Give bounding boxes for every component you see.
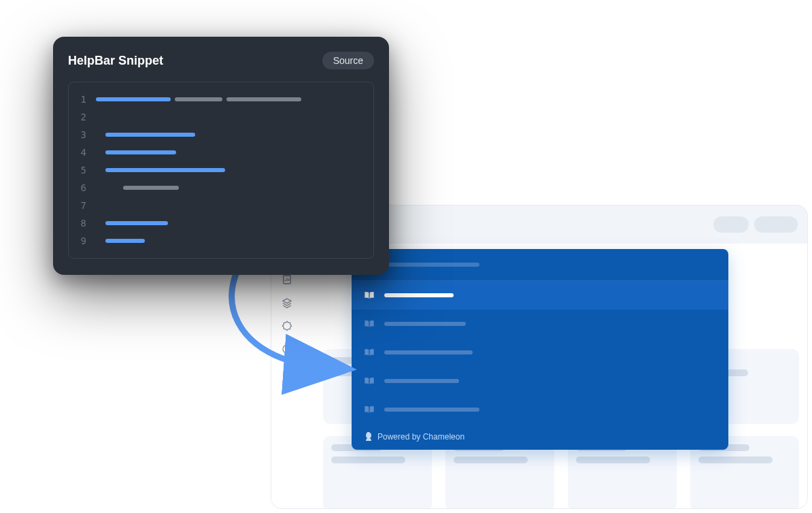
book-icon xyxy=(364,348,375,357)
topbar-pill[interactable] xyxy=(754,216,798,233)
code-line: 7 xyxy=(75,197,367,214)
helpbar-item-label xyxy=(384,322,466,326)
code-line: 9 xyxy=(75,232,367,250)
line-number: 3 xyxy=(75,129,86,140)
code-token xyxy=(105,133,195,137)
code-token xyxy=(96,97,171,101)
code-body: 123456789 xyxy=(68,82,374,259)
helpbar-item-label xyxy=(384,293,454,297)
app-main: Powered by Chameleon xyxy=(303,244,807,508)
helpbar-item-label xyxy=(384,379,459,383)
code-line: 8 xyxy=(75,214,367,232)
chameleon-icon xyxy=(364,432,372,442)
code-line: 5 xyxy=(75,161,367,179)
book-icon xyxy=(364,291,375,300)
code-token xyxy=(226,97,301,101)
helpbar-item[interactable] xyxy=(352,338,728,367)
helpbar-footer: Powered by Chameleon xyxy=(352,424,728,450)
layers-icon[interactable] xyxy=(281,297,293,309)
helpbar-item[interactable] xyxy=(352,367,728,395)
helpbar-results xyxy=(352,281,728,424)
line-number: 4 xyxy=(75,147,86,158)
helpbar: Powered by Chameleon xyxy=(352,249,728,450)
book-icon xyxy=(364,376,375,386)
code-token xyxy=(175,97,222,101)
code-token xyxy=(105,150,176,154)
helpbar-item-label xyxy=(384,408,479,412)
line-number: 7 xyxy=(75,200,86,211)
code-token xyxy=(123,186,179,190)
line-number: 8 xyxy=(75,218,86,229)
line-number: 6 xyxy=(75,182,86,193)
code-line: 1 xyxy=(75,90,367,108)
code-line: 4 xyxy=(75,144,367,161)
line-number: 5 xyxy=(75,165,86,176)
line-number: 1 xyxy=(75,94,86,105)
svg-point-2 xyxy=(288,369,290,371)
code-card-title: HelpBar Snippet xyxy=(68,54,163,68)
code-card-header: HelpBar Snippet Source xyxy=(68,52,374,69)
badge-icon[interactable] xyxy=(281,320,293,332)
app-sidebar xyxy=(271,244,303,508)
code-line: 6 xyxy=(75,179,367,197)
helpbar-item[interactable] xyxy=(352,310,728,338)
code-token xyxy=(105,239,145,243)
line-number: 2 xyxy=(75,112,86,122)
report-icon[interactable] xyxy=(281,274,293,286)
helpbar-item[interactable] xyxy=(352,395,728,424)
line-number: 9 xyxy=(75,235,86,246)
code-line: 2 xyxy=(75,108,367,126)
svg-point-3 xyxy=(285,371,287,374)
helpbar-item[interactable] xyxy=(352,281,728,310)
helpbar-item-label xyxy=(384,350,473,354)
search-placeholder xyxy=(384,263,479,267)
helpbar-search[interactable] xyxy=(352,249,728,281)
pie-icon[interactable] xyxy=(281,343,293,355)
book-icon xyxy=(364,319,375,329)
helpbar-footer-text: Powered by Chameleon xyxy=(377,432,464,442)
code-token xyxy=(105,168,225,172)
code-token xyxy=(105,221,168,225)
source-button[interactable]: Source xyxy=(322,52,374,69)
code-line: 3 xyxy=(75,126,367,144)
topbar-pill[interactable] xyxy=(713,216,749,233)
book-icon xyxy=(364,405,375,414)
code-snippet-card: HelpBar Snippet Source 123456789 xyxy=(53,37,389,275)
sliders-icon[interactable] xyxy=(281,366,293,378)
